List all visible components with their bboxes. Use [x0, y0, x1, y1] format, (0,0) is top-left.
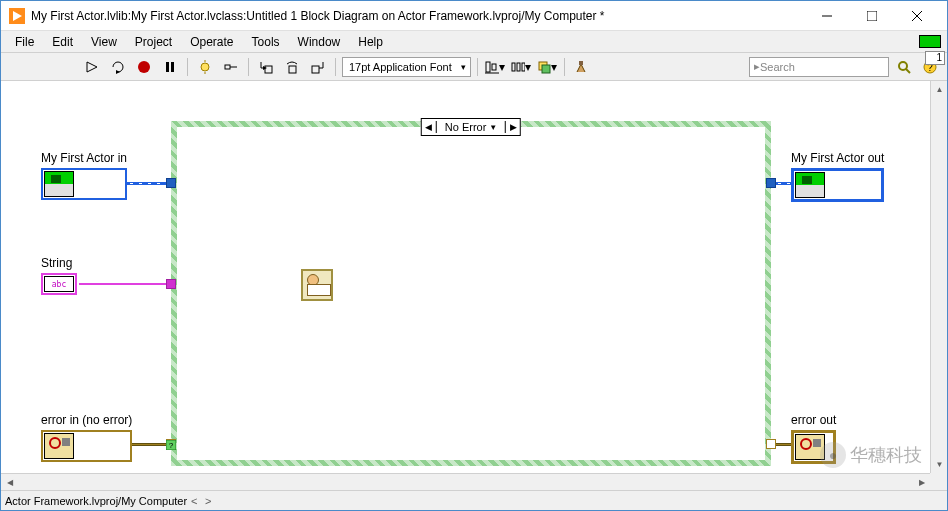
step-over-button[interactable]: [281, 56, 303, 78]
case-prev-button[interactable]: ◀: [422, 122, 436, 132]
svg-text:?: ?: [169, 441, 174, 450]
watermark: ● 华穗科技: [820, 442, 922, 468]
tunnel-error-out[interactable]: [766, 439, 776, 449]
run-indicator-icon: [919, 35, 941, 48]
scroll-down-button[interactable]: ▼: [931, 456, 947, 473]
svg-rect-16: [265, 66, 272, 73]
svg-rect-10: [171, 62, 174, 72]
terminal-error-in[interactable]: error in (no error): [41, 413, 132, 462]
string-icon: abc: [44, 276, 74, 292]
watermark-text: 华穗科技: [850, 443, 922, 467]
tunnel-actor-in[interactable]: [166, 178, 176, 188]
case-selector[interactable]: ◀ No Error▼ ▶: [421, 118, 521, 136]
case-structure[interactable]: ◀ No Error▼ ▶ ?: [171, 121, 771, 466]
status-path: Actor Framework.lvproj/My Computer: [5, 495, 187, 507]
search-input[interactable]: ▸ Search: [749, 57, 889, 77]
menu-help[interactable]: Help: [350, 33, 391, 51]
scroll-up-button[interactable]: ▲: [931, 81, 947, 98]
terminal-label: error in (no error): [41, 413, 132, 427]
minimize-button[interactable]: [804, 2, 849, 30]
svg-rect-19: [312, 66, 319, 73]
svg-marker-7: [116, 70, 120, 74]
search-placeholder: Search: [760, 61, 795, 73]
svg-rect-3: [867, 11, 877, 21]
scroll-right-button[interactable]: ▶: [913, 474, 930, 490]
cleanup-button[interactable]: [571, 56, 593, 78]
svg-rect-27: [542, 65, 550, 73]
font-select[interactable]: 17pt Application Font: [342, 57, 471, 77]
search-button[interactable]: [893, 56, 915, 78]
window-title: My First Actor.lvlib:My First Actor.lvcl…: [31, 9, 804, 23]
highlight-button[interactable]: [194, 56, 216, 78]
terminal-actor-in[interactable]: My First Actor in: [41, 151, 127, 200]
pause-button[interactable]: [159, 56, 181, 78]
terminal-actor-out[interactable]: My First Actor out: [791, 151, 884, 202]
svg-rect-18: [289, 66, 296, 73]
svg-rect-20: [486, 62, 490, 72]
wechat-icon: ●: [820, 442, 846, 468]
case-next-button[interactable]: ▶: [506, 122, 520, 132]
menubar: File Edit View Project Operate Tools Win…: [1, 31, 947, 53]
tunnel-string[interactable]: [166, 279, 176, 289]
svg-point-29: [899, 62, 907, 70]
abort-button[interactable]: [133, 56, 155, 78]
terminal-label: String: [41, 256, 77, 270]
toolbar: 17pt Application Font ▾ ▾ ▾ ▸ Search ? 1: [1, 53, 947, 81]
svg-point-11: [201, 63, 209, 71]
vertical-scrollbar[interactable]: ▲ ▼: [930, 81, 947, 473]
svg-rect-23: [512, 63, 515, 71]
statusbar: Actor Framework.lvproj/My Computer < >: [1, 490, 947, 510]
step-out-button[interactable]: [307, 56, 329, 78]
svg-point-8: [138, 61, 150, 73]
svg-line-30: [906, 69, 910, 73]
scroll-corner: [930, 473, 947, 490]
terminal-label: error out: [791, 413, 836, 427]
menu-window[interactable]: Window: [290, 33, 349, 51]
svg-rect-24: [517, 63, 520, 71]
menu-edit[interactable]: Edit: [44, 33, 81, 51]
retain-wire-button[interactable]: [220, 56, 242, 78]
menu-tools[interactable]: Tools: [244, 33, 288, 51]
block-diagram-canvas[interactable]: ◀ No Error▼ ▶ ? My First Actor in My Fir…: [1, 81, 947, 490]
one-button-dialog-node[interactable]: [301, 269, 333, 301]
actor-class-icon: [795, 172, 825, 198]
status-prev-button[interactable]: <: [187, 495, 201, 507]
menu-operate[interactable]: Operate: [182, 33, 241, 51]
close-button[interactable]: [894, 2, 939, 30]
distribute-button[interactable]: ▾: [510, 56, 532, 78]
terminal-label: My First Actor in: [41, 151, 127, 165]
terminal-label: My First Actor out: [791, 151, 884, 165]
svg-rect-25: [522, 63, 525, 71]
run-button[interactable]: [81, 56, 103, 78]
svg-rect-21: [492, 64, 496, 70]
scroll-left-button[interactable]: ◀: [1, 474, 18, 490]
svg-marker-6: [87, 62, 97, 72]
horizontal-scrollbar[interactable]: ◀ ▶: [1, 473, 930, 490]
case-label[interactable]: No Error▼: [436, 121, 506, 133]
case-frame: [177, 127, 765, 460]
svg-rect-9: [166, 62, 169, 72]
error-cluster-icon: [44, 433, 74, 459]
svg-rect-14: [225, 65, 230, 69]
run-continuous-button[interactable]: [107, 56, 129, 78]
status-next-button[interactable]: >: [201, 495, 215, 507]
font-label: 17pt Application Font: [349, 61, 452, 73]
maximize-button[interactable]: [849, 2, 894, 30]
menu-project[interactable]: Project: [127, 33, 180, 51]
labview-window: My First Actor.lvlib:My First Actor.lvcl…: [0, 0, 948, 511]
menu-file[interactable]: File: [7, 33, 42, 51]
context-index: 1: [925, 51, 945, 65]
tunnel-actor-out[interactable]: [766, 178, 776, 188]
reorder-button[interactable]: ▾: [536, 56, 558, 78]
actor-class-icon: [44, 171, 74, 197]
app-icon: [9, 8, 25, 24]
titlebar: My First Actor.lvlib:My First Actor.lvcl…: [1, 1, 947, 31]
case-selector-terminal[interactable]: ?: [166, 439, 176, 449]
terminal-string[interactable]: String abc: [41, 256, 77, 295]
align-button[interactable]: ▾: [484, 56, 506, 78]
svg-rect-28: [579, 61, 583, 65]
menu-view[interactable]: View: [83, 33, 125, 51]
step-into-button[interactable]: [255, 56, 277, 78]
